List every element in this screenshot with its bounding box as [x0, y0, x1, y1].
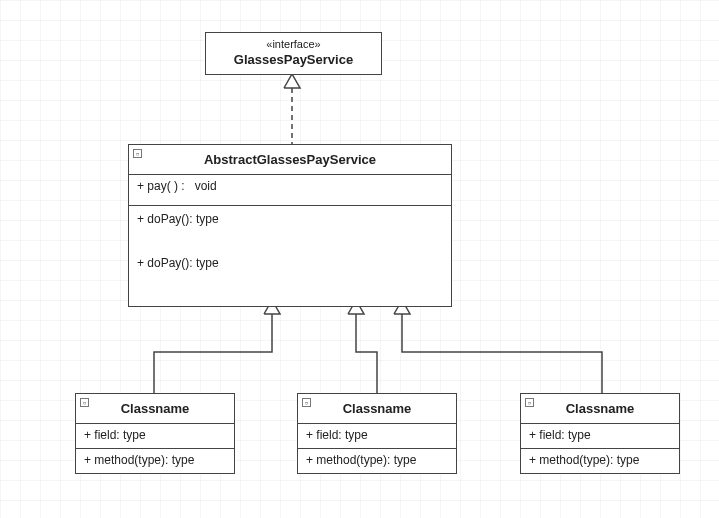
- class-box-2[interactable]: ▫ Classname + field: type + method(type)…: [520, 393, 680, 474]
- class-methods: + method(type): type: [76, 448, 234, 473]
- field-row: + field: type: [529, 428, 671, 442]
- field-row: + field: type: [306, 428, 448, 442]
- collapse-icon[interactable]: ▫: [525, 398, 534, 407]
- class-name-label: Classname: [566, 401, 635, 416]
- class-box-1[interactable]: ▫ Classname + field: type + method(type)…: [297, 393, 457, 474]
- method-row: + doPay(): type: [137, 212, 443, 226]
- interface-box[interactable]: «interface» GlassesPayService: [205, 32, 382, 75]
- class-methods: + method(type): type: [298, 448, 456, 473]
- method-row: + doPay(): type: [137, 256, 443, 270]
- collapse-icon[interactable]: ▫: [302, 398, 311, 407]
- abstract-name: AbstractGlassesPayService: [204, 152, 376, 167]
- class-fields: + field: type: [521, 423, 679, 448]
- method-row: + pay( ) : void: [137, 179, 443, 193]
- class-header: ▫ Classname: [298, 394, 456, 423]
- method-row: + method(type): type: [84, 453, 226, 467]
- collapse-icon[interactable]: ▫: [80, 398, 89, 407]
- gen-line-left: [154, 314, 272, 393]
- realization-arrowhead: [284, 74, 300, 88]
- class-methods: + method(type): type: [521, 448, 679, 473]
- method-row: + method(type): type: [306, 453, 448, 467]
- class-fields: + field: type: [76, 423, 234, 448]
- class-name-label: Classname: [121, 401, 190, 416]
- abstract-methods-bottom: + doPay(): type + doPay(): type: [129, 205, 451, 306]
- interface-name: GlassesPayService: [234, 52, 353, 67]
- abstract-methods-top: + pay( ) : void: [129, 174, 451, 205]
- abstract-header: ▫ AbstractGlassesPayService: [129, 145, 451, 174]
- field-row: + field: type: [84, 428, 226, 442]
- class-header: ▫ Classname: [521, 394, 679, 423]
- abstract-class-box[interactable]: ▫ AbstractGlassesPayService + pay( ) : v…: [128, 144, 452, 307]
- collapse-icon[interactable]: ▫: [133, 149, 142, 158]
- method-row: + method(type): type: [529, 453, 671, 467]
- gen-line-right: [402, 314, 602, 393]
- class-header: ▫ Classname: [76, 394, 234, 423]
- class-box-0[interactable]: ▫ Classname + field: type + method(type)…: [75, 393, 235, 474]
- interface-header: «interface» GlassesPayService: [206, 33, 381, 74]
- gen-line-mid: [356, 314, 377, 393]
- interface-stereotype: «interface»: [212, 38, 375, 50]
- class-name-label: Classname: [343, 401, 412, 416]
- class-fields: + field: type: [298, 423, 456, 448]
